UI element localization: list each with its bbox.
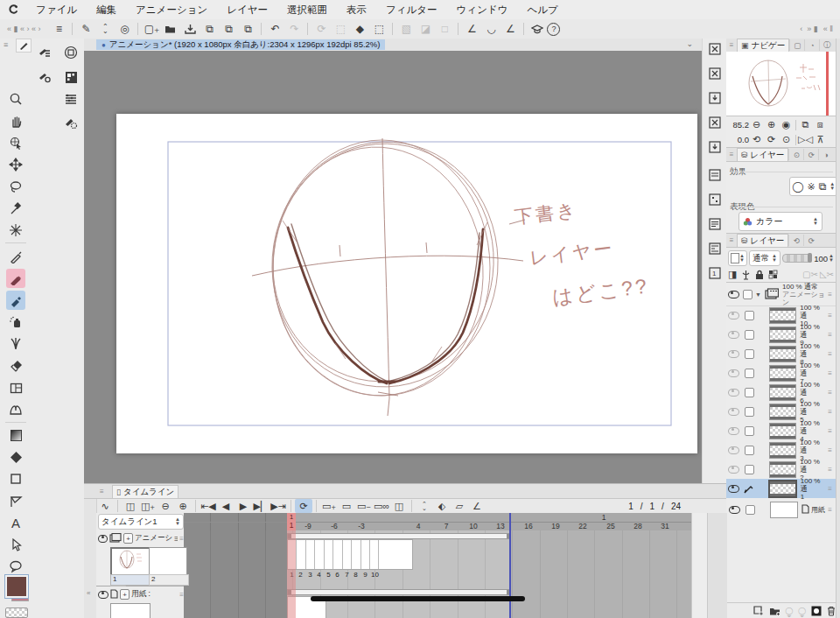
save-button[interactable]	[180, 21, 200, 37]
layer-thumbnail[interactable]	[769, 442, 796, 459]
add-keyframe-icon[interactable]: +	[123, 533, 133, 544]
tab-item-bank-icon[interactable]: ◔	[804, 39, 819, 51]
lock-transparent-icon[interactable]	[768, 270, 778, 279]
menu-window[interactable]: ウィンドウ	[447, 4, 518, 17]
next-frame-button[interactable]: ▶▏	[252, 499, 270, 513]
track-visibility-eye-icon[interactable]	[98, 535, 108, 543]
row-grip-icon[interactable]: ≡	[828, 446, 832, 454]
menu-help[interactable]: ヘルプ	[517, 4, 567, 17]
material-download-icon-1[interactable]	[706, 89, 724, 107]
tab-subview-icon[interactable]: ▢	[789, 39, 804, 51]
blend-mode-select[interactable]: 通常▲▼	[749, 250, 780, 266]
tool-fill[interactable]	[6, 447, 25, 467]
material-close-icon-2[interactable]	[706, 65, 724, 82]
fill-button[interactable]: ◆	[350, 21, 369, 37]
new-cel-button[interactable]: ▭₊	[320, 499, 338, 513]
selection-border-icon[interactable]: □	[435, 21, 454, 37]
tab-tone-icon[interactable]: ◑	[818, 149, 833, 160]
previous-frame-button[interactable]: ◀	[217, 499, 234, 513]
layer-thumbnail[interactable]	[769, 404, 796, 420]
material-palette-icon-1[interactable]	[706, 166, 724, 184]
tutorial-button[interactable]	[528, 21, 547, 37]
timeline-horizontal-scrollbar[interactable]	[311, 596, 525, 601]
tool-balloon[interactable]	[6, 557, 25, 576]
track1-cel-band[interactable]	[287, 539, 413, 570]
tool-pencil[interactable]	[6, 269, 25, 288]
border-effect-icon[interactable]: ◯	[792, 180, 803, 193]
cel-thumbnail-2[interactable]	[149, 547, 187, 575]
invert-selection-icon[interactable]: ◪	[416, 21, 435, 37]
layer-thumbnail[interactable]	[768, 480, 797, 498]
transform-button[interactable]: ⬚	[369, 21, 388, 37]
paper-thumbnail[interactable]	[770, 502, 798, 518]
help-button[interactable]: ?	[547, 23, 560, 36]
menu-layer[interactable]: レイヤー	[217, 4, 277, 17]
menu-animation[interactable]: アニメーション	[126, 4, 217, 17]
layer-thumbnail[interactable]	[769, 384, 796, 401]
edit-timeline-icon[interactable]: ∠	[468, 499, 486, 513]
zoom-100-button[interactable]: ⧉	[798, 119, 813, 131]
tab-animation-cels-icon[interactable]: ⊙	[788, 149, 803, 160]
dock-collapse-left-icon[interactable]: « ▮ « › « ›	[7, 25, 40, 33]
tool-frame-border[interactable]	[6, 378, 25, 397]
track-visibility-eye-icon[interactable]	[98, 591, 108, 599]
layer-thumbnail[interactable]	[769, 365, 796, 382]
tool-polyline[interactable]	[6, 491, 25, 510]
select-checkbox[interactable]	[745, 426, 754, 436]
deselect-button[interactable]: ⬚	[331, 21, 350, 37]
rotate-canvas-icon[interactable]: ✎	[76, 21, 95, 37]
fit-screen-button[interactable]: ⧈	[813, 119, 828, 131]
delete-cel-button[interactable]: ▭₋	[355, 499, 373, 513]
combine-layer-button[interactable]: ⧬	[798, 606, 806, 617]
row-grip-icon[interactable]: ≡	[828, 291, 832, 298]
row-grip-icon[interactable]: ≡	[828, 506, 832, 514]
quick-access-palette-icon[interactable]	[62, 44, 80, 61]
playback-end-marker[interactable]	[509, 513, 511, 618]
flip-vertical-button[interactable]: ⊼	[813, 134, 828, 146]
lock-layer-icon[interactable]	[755, 270, 764, 280]
dock-collapse-right-icon[interactable]: « ‖	[823, 25, 833, 33]
tool-hand[interactable]	[6, 111, 25, 130]
select-checkbox[interactable]	[745, 330, 754, 340]
visibility-eye-icon[interactable]	[728, 312, 739, 320]
loop-playback-button[interactable]: ⟳	[295, 499, 312, 513]
undo-button[interactable]: ↶	[265, 21, 284, 37]
flip-horizontal-button[interactable]: ▷◁	[798, 134, 813, 146]
rotate-ccw-button[interactable]: ⟲	[749, 134, 764, 146]
main-color-swatch[interactable]	[5, 575, 28, 598]
layer-palette-menu-icon[interactable]: ≡	[726, 236, 737, 244]
visibility-eye-icon[interactable]	[728, 350, 739, 358]
menu-filter[interactable]: フィルター	[376, 4, 447, 17]
navigator-menu-icon[interactable]: ≡	[726, 41, 737, 49]
zoom-in-button[interactable]: ⊕	[764, 119, 779, 131]
layer-thumbnail[interactable]	[769, 423, 796, 439]
playhead-column[interactable]	[287, 530, 296, 618]
row-grip-icon[interactable]: ≡	[828, 485, 832, 493]
snap-grid-icon[interactable]: ∠	[500, 21, 520, 37]
visibility-eye-icon[interactable]	[728, 291, 739, 298]
select-checkbox[interactable]	[745, 446, 754, 455]
tool-airbrush[interactable]	[6, 313, 25, 332]
material-close-icon-3[interactable]	[706, 114, 724, 131]
material-palette-icon-2[interactable]	[706, 191, 724, 208]
row-grip-icon[interactable]: ≡	[828, 427, 832, 435]
row-grip-icon[interactable]: ≡	[828, 350, 832, 358]
tool-decoration[interactable]	[6, 334, 25, 354]
tool-eyedropper[interactable]	[6, 199, 25, 218]
camera-frame-icon[interactable]: ▱	[451, 499, 468, 513]
track1-extent-bar[interactable]	[287, 533, 511, 539]
visibility-eye-icon[interactable]	[728, 446, 739, 454]
show-cel-thumbnails-icon[interactable]: ◫	[122, 499, 139, 513]
folder-expand-chevron[interactable]: ▼	[755, 291, 765, 298]
color-wheel-palette-icon[interactable]	[62, 114, 80, 131]
tab-onion-skin-icon[interactable]: ⟳	[803, 149, 818, 160]
material-download-icon-2[interactable]	[706, 138, 724, 156]
tool-zoom[interactable]	[6, 89, 25, 109]
tab-layer-palette[interactable]: ⛁ レイヤー	[737, 234, 788, 247]
layer-color-effect-icon[interactable]: ⧉	[819, 180, 827, 193]
tab-layer-property[interactable]: ⛁ レイヤー	[737, 148, 788, 161]
layer-thumbnail[interactable]	[769, 327, 796, 343]
visibility-eye-icon[interactable]	[729, 506, 740, 514]
rotate-reset-button[interactable]: ⊙	[779, 134, 794, 146]
graph-editor-icon[interactable]: ∿	[96, 499, 114, 513]
